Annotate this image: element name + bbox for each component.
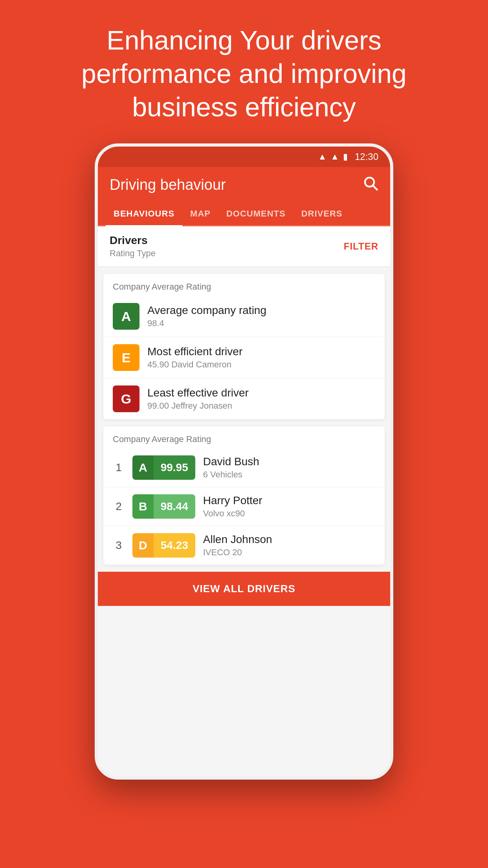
tab-map[interactable]: MAP [182,202,218,225]
section-title: Drivers [110,234,156,247]
tab-behaviours[interactable]: BEHAVIOURS [106,202,182,225]
section-header: Drivers Rating Type FILTER [98,226,390,267]
rating-row-efficient: E Most efficient driver 45.90 David Came… [103,337,385,378]
grade-letter-2: B [132,494,154,519]
company-rating-label: Company Average Rating [103,274,385,296]
driver-info-2: Harry Potter Volvo xc90 [203,494,262,519]
svg-line-1 [373,185,377,189]
score-value-2: 98.44 [154,494,195,519]
app-bar: Driving behaviour [98,167,390,202]
score-value-3: 54.23 [154,533,195,558]
app-bar-title: Driving behaviour [110,176,226,193]
score-badge-2: B 98.44 [132,494,195,519]
status-bar: ▲ ▲ ▮ 12:30 [98,147,390,167]
section-header-left: Drivers Rating Type [110,234,156,259]
rating-label-least: Least effective driver [147,387,249,399]
rating-label-efficient: Most efficient driver [147,345,242,358]
rating-value-least: 99.00 Jeffrey Jonasen [147,401,249,411]
rating-info-least: Least effective driver 99.00 Jeffrey Jon… [147,387,249,411]
score-value-1: 99.95 [154,455,195,480]
driver-sub-1: 6 Vehicles [203,470,259,480]
wifi-icon: ▲ [318,152,327,162]
grade-badge-a: A [113,303,139,330]
phone-shell: ▲ ▲ ▮ 12:30 Driving behaviour BEHAVIOURS… [95,143,393,780]
status-icons: ▲ ▲ ▮ 12:30 [318,151,378,162]
rating-value-efficient: 45.90 David Cameron [147,360,242,370]
search-icon[interactable] [363,175,378,195]
driver-name-3: Allen Johnson [203,533,272,546]
tabs-bar: BEHAVIOURS MAP DOCUMENTS DRIVERS [98,202,390,226]
tab-documents[interactable]: DOCUMENTS [218,202,294,225]
hero-text: Enhancing Your drivers performance and i… [0,0,488,143]
score-badge-1: A 99.95 [132,455,195,480]
driver-list-card: Company Average Rating 1 A 99.95 David B… [103,426,385,565]
driver-row-2[interactable]: 2 B 98.44 Harry Potter Volvo xc90 [103,487,385,526]
status-time: 12:30 [355,151,378,162]
rank-2: 2 [113,500,125,513]
rating-row-least: G Least effective driver 99.00 Jeffrey J… [103,378,385,419]
driver-name-2: Harry Potter [203,494,262,507]
rank-3: 3 [113,539,125,552]
rating-info-avg: Average company rating 98.4 [147,304,266,328]
tab-drivers[interactable]: DRIVERS [294,202,350,225]
driver-sub-2: Volvo xc90 [203,508,262,519]
battery-icon: ▮ [343,152,348,162]
rank-1: 1 [113,461,125,474]
section-subtitle: Rating Type [110,248,156,259]
content-area: Drivers Rating Type FILTER Company Avera… [98,226,390,776]
score-badge-3: D 54.23 [132,533,195,558]
driver-sub-3: IVECO 20 [203,547,272,558]
driver-row-1[interactable]: 1 A 99.95 David Bush 6 Vehicles [103,448,385,487]
driver-name-1: David Bush [203,455,259,468]
rating-row-avg: A Average company rating 98.4 [103,296,385,337]
filter-button[interactable]: FILTER [344,241,378,252]
driver-info-3: Allen Johnson IVECO 20 [203,533,272,558]
rating-label-avg: Average company rating [147,304,266,317]
rating-value-avg: 98.4 [147,318,266,328]
signal-icon: ▲ [330,152,339,162]
driver-info-1: David Bush 6 Vehicles [203,455,259,480]
grade-letter-3: D [132,533,154,558]
grade-badge-g: G [113,385,139,412]
company-rating-card: Company Average Rating A Average company… [103,274,385,419]
driver-list-label: Company Average Rating [103,426,385,448]
grade-badge-e: E [113,344,139,371]
grade-letter-1: A [132,455,154,480]
view-all-drivers-button[interactable]: VIEW ALL DRIVERS [98,572,390,606]
driver-row-3[interactable]: 3 D 54.23 Allen Johnson IVECO 20 [103,526,385,565]
rating-info-efficient: Most efficient driver 45.90 David Camero… [147,345,242,370]
